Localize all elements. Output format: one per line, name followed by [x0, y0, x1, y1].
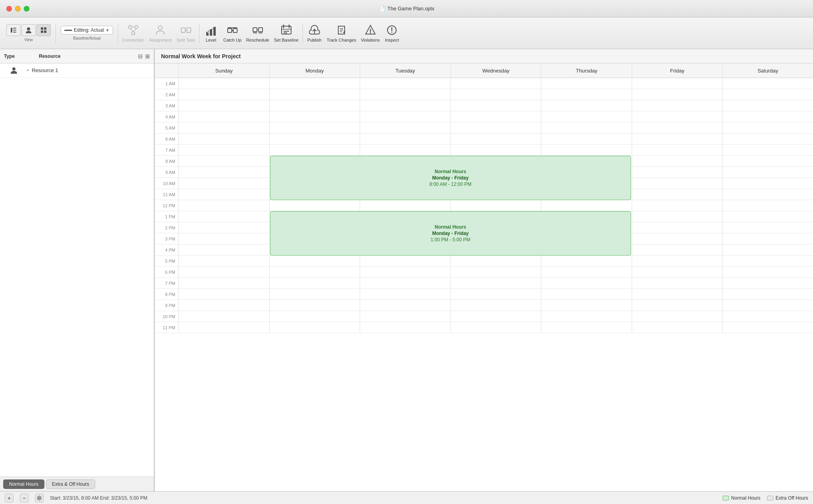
time-cell-16-1[interactable] — [269, 256, 360, 267]
connection-button[interactable]: Connection — [120, 22, 147, 44]
time-cell-12-5[interactable] — [632, 211, 723, 222]
time-cell-5-5[interactable] — [632, 134, 723, 145]
tab-extra-off-hours[interactable]: Extra & Off Hours — [46, 479, 95, 489]
time-cell-1-5[interactable] — [632, 89, 723, 100]
time-cell-5-2[interactable] — [360, 134, 451, 145]
assignment-button[interactable]: Assignment — [147, 22, 174, 44]
time-cell-16-6[interactable] — [722, 256, 813, 267]
time-cell-13-1[interactable] — [269, 222, 360, 233]
time-cell-9-4[interactable] — [541, 178, 632, 189]
time-cell-8-5[interactable] — [632, 167, 723, 178]
time-cell-21-6[interactable] — [722, 311, 813, 322]
time-cell-21-2[interactable] — [360, 311, 451, 322]
time-cell-18-6[interactable] — [722, 278, 813, 289]
level-button[interactable]: Level — [201, 22, 221, 44]
time-cell-17-6[interactable] — [722, 267, 813, 278]
inspect-button[interactable]: Inspect — [382, 22, 402, 44]
time-cell-11-0[interactable] — [178, 200, 269, 211]
time-cell-20-6[interactable] — [722, 300, 813, 311]
time-cell-21-5[interactable] — [632, 311, 723, 322]
time-cell-20-2[interactable] — [360, 300, 451, 311]
time-cell-10-2[interactable] — [360, 189, 451, 200]
time-cell-6-4[interactable] — [541, 145, 632, 156]
time-cell-15-2[interactable] — [360, 244, 451, 256]
time-cell-3-0[interactable] — [178, 111, 269, 122]
maximize-button[interactable] — [24, 6, 29, 11]
time-cell-17-3[interactable] — [451, 267, 541, 278]
add-button[interactable]: + — [5, 494, 13, 502]
time-cell-14-3[interactable] — [451, 233, 541, 244]
time-cell-13-3[interactable] — [451, 222, 541, 233]
time-cell-3-1[interactable] — [269, 111, 360, 122]
time-cell-19-5[interactable] — [632, 289, 723, 300]
time-cell-20-5[interactable] — [632, 300, 723, 311]
time-cell-7-3[interactable] — [451, 156, 541, 167]
time-cell-21-0[interactable] — [178, 311, 269, 322]
time-cell-1-4[interactable] — [541, 89, 632, 100]
minimize-button[interactable] — [15, 6, 21, 11]
time-cell-5-3[interactable] — [451, 134, 541, 145]
time-cell-1-6[interactable] — [722, 89, 813, 100]
time-cell-20-4[interactable] — [541, 300, 632, 311]
time-cell-2-0[interactable] — [178, 100, 269, 111]
time-cell-18-5[interactable] — [632, 278, 723, 289]
time-cell-19-1[interactable] — [269, 289, 360, 300]
remove-button[interactable]: − — [20, 494, 29, 502]
time-cell-17-4[interactable] — [541, 267, 632, 278]
time-cell-17-5[interactable] — [632, 267, 723, 278]
time-cell-1-1[interactable] — [269, 89, 360, 100]
time-cell-0-5[interactable] — [632, 78, 723, 89]
time-cell-19-0[interactable] — [178, 289, 269, 300]
time-cell-0-6[interactable] — [722, 78, 813, 89]
time-cell-6-3[interactable] — [451, 145, 541, 156]
time-cell-19-6[interactable] — [722, 289, 813, 300]
time-cell-4-3[interactable] — [451, 122, 541, 134]
time-cell-20-3[interactable] — [451, 300, 541, 311]
time-cell-3-5[interactable] — [632, 111, 723, 122]
split-task-button[interactable]: Split Task — [174, 22, 197, 44]
time-cell-1-2[interactable] — [360, 89, 451, 100]
time-cell-8-3[interactable] — [451, 167, 541, 178]
tab-normal-hours[interactable]: Normal Hours — [3, 479, 44, 489]
time-cell-15-0[interactable] — [178, 244, 269, 256]
time-cell-15-5[interactable] — [632, 244, 723, 256]
time-cell-8-4[interactable] — [541, 167, 632, 178]
publish-button[interactable]: Publish — [305, 22, 324, 44]
time-cell-8-6[interactable] — [722, 167, 813, 178]
time-cell-11-4[interactable] — [541, 200, 632, 211]
view-grid-button[interactable] — [36, 24, 51, 36]
track-changes-button[interactable]: Track Changes — [324, 22, 359, 44]
time-cell-7-1[interactable] — [269, 156, 360, 167]
time-cell-3-3[interactable] — [451, 111, 541, 122]
time-cell-22-4[interactable] — [541, 322, 632, 333]
close-button[interactable] — [6, 6, 12, 11]
time-cell-11-3[interactable] — [451, 200, 541, 211]
time-cell-20-0[interactable] — [178, 300, 269, 311]
time-cell-8-1[interactable] — [269, 167, 360, 178]
baseline-dropdown[interactable]: Editing: Actual ▼ — [61, 26, 113, 34]
time-cell-4-5[interactable] — [632, 122, 723, 134]
time-cell-21-3[interactable] — [451, 311, 541, 322]
time-cell-8-2[interactable] — [360, 167, 451, 178]
time-cell-6-0[interactable] — [178, 145, 269, 156]
view-person-button[interactable] — [21, 24, 36, 36]
time-cell-18-1[interactable] — [269, 278, 360, 289]
time-cell-1-0[interactable] — [178, 89, 269, 100]
time-cell-21-4[interactable] — [541, 311, 632, 322]
time-cell-7-2[interactable] — [360, 156, 451, 167]
time-cell-10-5[interactable] — [632, 189, 723, 200]
time-cell-12-6[interactable] — [722, 211, 813, 222]
time-cell-17-2[interactable] — [360, 267, 451, 278]
time-cell-9-0[interactable] — [178, 178, 269, 189]
time-cell-0-1[interactable] — [269, 78, 360, 89]
time-cell-4-2[interactable] — [360, 122, 451, 134]
time-cell-22-0[interactable] — [178, 322, 269, 333]
time-cell-16-5[interactable] — [632, 256, 723, 267]
time-cell-9-6[interactable] — [722, 178, 813, 189]
time-cell-17-0[interactable] — [178, 267, 269, 278]
time-cell-0-0[interactable] — [178, 78, 269, 89]
columns-icon[interactable]: ⊟ — [138, 53, 143, 59]
time-cell-5-1[interactable] — [269, 134, 360, 145]
settings-button[interactable] — [35, 494, 44, 502]
time-cell-9-5[interactable] — [632, 178, 723, 189]
